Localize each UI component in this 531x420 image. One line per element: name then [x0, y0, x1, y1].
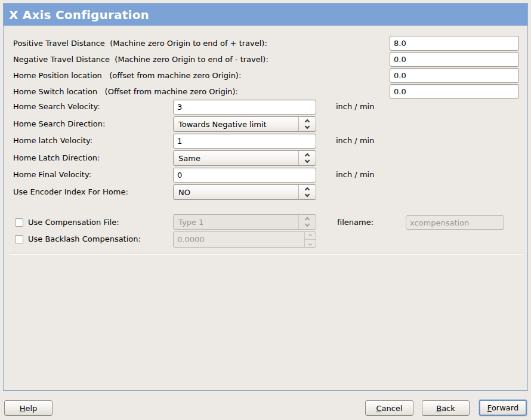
combo-arrows-icon	[298, 185, 316, 199]
use-compensation-file-label[interactable]: Use Compensation File:	[28, 217, 119, 228]
dialog-frame: X Axis Configuration Positive Travel Dis…	[3, 3, 528, 391]
combo-selected-value: Same	[174, 154, 298, 163]
compensation-type-combo[interactable]: Type 1	[173, 214, 316, 230]
home-switch-input[interactable]	[390, 84, 519, 99]
combo-arrows-icon	[298, 151, 316, 165]
spin-down-icon[interactable]	[305, 240, 316, 247]
home-final-velocity-input[interactable]	[173, 168, 316, 183]
home-search-direction-label: Home Search Direction:	[13, 119, 105, 129]
home-latch-velocity-input[interactable]	[173, 134, 316, 149]
combo-selected-value: Towards Negative limit	[174, 120, 298, 129]
cancel-button[interactable]: Cancel	[365, 400, 413, 416]
spin-up-icon[interactable]	[305, 232, 316, 240]
use-backlash-label[interactable]: Use Backlash Compensation:	[28, 234, 141, 245]
use-compensation-file-checkbox[interactable]	[15, 218, 23, 227]
search-velocity-unit: inch / min	[336, 101, 374, 112]
positive-travel-label: Positive Travel Distance (Machine zero O…	[13, 38, 267, 49]
dialog-header: X Axis Configuration	[4, 4, 527, 26]
separator	[10, 254, 522, 255]
compensation-filename-input[interactable]	[406, 215, 504, 230]
spin-arrows-icon[interactable]	[304, 232, 316, 247]
use-backlash-checkbox[interactable]	[15, 235, 23, 243]
back-button[interactable]: Back	[422, 400, 470, 416]
latch-velocity-unit: inch / min	[336, 135, 374, 146]
positive-travel-input[interactable]	[390, 36, 519, 51]
encoder-index-label: Use Encoder Index For Home:	[13, 187, 128, 197]
backlash-spinbox[interactable]: 0.0000	[173, 231, 316, 248]
negative-travel-label: Negative Travel Distance (Machine zero O…	[13, 54, 268, 65]
forward-button[interactable]: Forward	[479, 400, 527, 416]
home-latch-velocity-label: Home latch Velocity:	[13, 135, 92, 146]
filename-label: filename:	[337, 217, 373, 228]
home-position-label: Home Position location (offset from mach…	[13, 70, 241, 81]
final-velocity-unit: inch / min	[336, 169, 374, 180]
help-button[interactable]: Help	[4, 400, 53, 416]
home-latch-direction-label: Home Latch Direction:	[13, 153, 100, 163]
home-search-velocity-input[interactable]	[173, 100, 316, 115]
page-title: X Axis Configuration	[9, 8, 149, 22]
home-latch-direction-combo[interactable]: Same	[173, 150, 316, 166]
home-position-input[interactable]	[390, 68, 519, 83]
combo-selected-value: NO	[174, 188, 298, 197]
spin-value: 0.0000	[174, 232, 304, 247]
combo-selected-value: Type 1	[174, 218, 298, 227]
encoder-index-combo[interactable]: NO	[173, 184, 316, 200]
combo-arrows-icon	[298, 117, 316, 131]
combo-arrows-icon	[298, 215, 316, 229]
separator	[10, 206, 522, 207]
home-search-velocity-label: Home Search Velocity:	[13, 101, 100, 112]
negative-travel-input[interactable]	[390, 52, 519, 67]
home-final-velocity-label: Home Final Velocity:	[13, 169, 91, 180]
home-search-direction-combo[interactable]: Towards Negative limit	[173, 116, 316, 132]
home-switch-label: Home Switch location (Offset from machin…	[13, 87, 238, 97]
